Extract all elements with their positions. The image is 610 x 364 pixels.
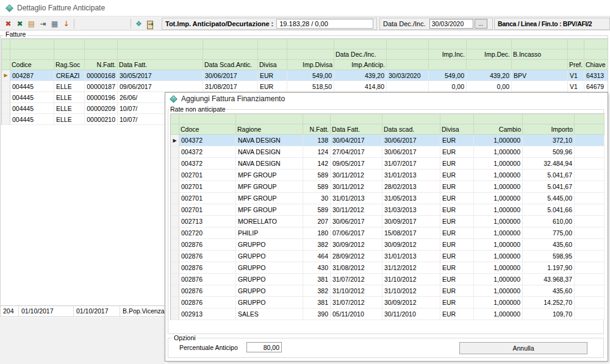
aggiungi-fattura-dialog: Aggiungi Fattura Finanziamento Rate non … (165, 92, 608, 362)
column-header[interactable]: Data scad. (382, 124, 440, 135)
header-cell (512, 60, 568, 70)
row-selector[interactable] (171, 216, 179, 227)
row-selector[interactable] (171, 227, 179, 239)
row-selector[interactable] (2, 81, 10, 92)
notes-icon: ▤ (28, 20, 35, 27)
tot-importo-label: Tot.Imp. Anticipato/Decurtazione : (165, 20, 273, 27)
row-selector[interactable]: ▶ (2, 70, 10, 81)
row-selector[interactable] (171, 274, 179, 285)
table-row[interactable]: 002876GRUPPO46428/09/201231/01/2013EUR1,… (171, 251, 605, 262)
header-cell (440, 114, 474, 124)
table-row[interactable]: 002876GRUPPO38231/10/201231/10/2012EUR1,… (171, 285, 605, 297)
row-selector[interactable] (171, 158, 179, 170)
header-cell (2, 39, 10, 49)
header-cell (171, 124, 179, 135)
data-dec-inc-input[interactable] (429, 19, 473, 29)
header-cell (575, 114, 605, 124)
column-header[interactable]: Imp.Dec. (467, 49, 512, 60)
table-row[interactable]: 004372NAVA DESIGN12427/04/201730/06/2017… (171, 146, 605, 158)
table-row[interactable]: 002701MPF GROUP58930/11/201231/03/2013EU… (171, 204, 605, 216)
table-row[interactable]: 004445ELLE0000018709/06/201731/08/2017EU… (2, 81, 608, 92)
row-selector[interactable] (171, 146, 179, 158)
column-header[interactable]: Imp.Divisa (287, 60, 334, 70)
column-header[interactable]: Rag.Soc (54, 60, 85, 70)
dialog-titlebar[interactable]: Aggiungi Fattura Finanziamento (165, 93, 608, 105)
row-selector[interactable] (171, 251, 179, 262)
window-title: Dettaglio Fatture Anticipate (17, 4, 105, 12)
toolbar-separator (131, 19, 131, 29)
row-selector[interactable] (171, 204, 179, 216)
data-dec-inc-label: Data Dec./Inc. (383, 20, 426, 27)
column-header[interactable]: Pref. (568, 60, 584, 70)
percentuale-anticipo-label: Percentuale Anticipo (179, 344, 238, 351)
table-row[interactable]: 002876GRUPPO38131/07/201230/09/2012EUR1,… (171, 297, 605, 309)
rate-grid[interactable]: CdoceRagioneN.Fatt.Data Fatt.Data scad.D… (170, 113, 605, 320)
table-row[interactable]: 002701MPF GROUP58930/11/201228/02/2013EU… (171, 181, 605, 193)
row-selector[interactable] (2, 92, 10, 103)
diamond-icon (171, 96, 176, 103)
column-header[interactable]: Cdoce (179, 124, 236, 135)
tab-right-button[interactable]: ⇥ (37, 18, 49, 30)
down-arrow-button[interactable]: ↓ (60, 18, 72, 30)
exit-door-button[interactable]: → (145, 18, 156, 30)
table-row[interactable]: 002876GRUPPO38230/09/201230/09/2012EUR1,… (171, 239, 605, 251)
header-cell (2, 60, 10, 70)
cancel-button[interactable]: ✖ (2, 18, 14, 30)
table-row[interactable]: 002876GRUPPO43031/08/201231/12/2012EUR1,… (171, 262, 605, 274)
column-header[interactable]: N.Fatt. (85, 60, 118, 70)
row-selector[interactable] (2, 114, 10, 125)
data-dec-inc-panel: Data Dec./Inc. ... (379, 18, 493, 30)
column-header[interactable]: Ragione (236, 124, 303, 135)
row-selector[interactable] (171, 239, 179, 251)
browse-date-button[interactable]: ... (475, 19, 487, 29)
table-row[interactable]: 002876GRUPPO38131/07/201231/10/2012EUR1,… (171, 274, 605, 285)
column-header[interactable]: Imp.Anticip. (334, 60, 387, 70)
excel-icon: ✖ (16, 20, 23, 27)
row-selector[interactable] (2, 103, 10, 114)
column-header[interactable]: Cambio (474, 124, 523, 135)
table-row[interactable]: ▶004372NAVA DESIGN13830/04/201730/06/201… (171, 135, 605, 146)
toolbar-separator (74, 19, 74, 29)
table-row[interactable]: ▶004287CREAZI0000016830/05/201730/06/201… (2, 70, 608, 81)
row-selector[interactable] (171, 297, 179, 309)
column-header[interactable]: Data Scad.Antic. (203, 60, 258, 70)
row-selector[interactable] (171, 181, 179, 193)
row-selector[interactable] (171, 285, 179, 297)
row-selector[interactable] (171, 309, 179, 320)
cancel-icon: ✖ (5, 20, 11, 27)
table-row[interactable]: 002713MORELLATO20730/06/201730/09/2017EU… (171, 216, 605, 227)
table-row[interactable]: 002720PHILIP18007/06/201715/08/2017EUR1,… (171, 227, 605, 239)
column-header[interactable]: Divisa (258, 60, 287, 70)
header-cell (387, 60, 429, 70)
row-selector[interactable] (171, 193, 179, 204)
row-selector[interactable]: ▶ (171, 135, 179, 146)
rate-group-label: Rate non anticipate (169, 105, 226, 113)
banca-linea-panel: Banca / Linea / Fin.to : BPV/AFI/2 (494, 18, 610, 30)
column-header[interactable]: Data Fatt. (331, 124, 382, 135)
table-row[interactable]: 004372NAVA DESIGN14209/05/201731/07/2017… (171, 158, 605, 170)
column-header[interactable]: Divisa (440, 124, 474, 135)
percentuale-anticipo-input[interactable] (246, 342, 282, 352)
table-row[interactable]: 002701MPF GROUP3031/01/201331/05/2013EUR… (171, 193, 605, 204)
row-selector[interactable] (171, 262, 179, 274)
column-header[interactable]: B.Incasso (512, 49, 568, 60)
header-cell (258, 39, 287, 49)
excel-button[interactable]: ✖ (14, 18, 26, 30)
column-header[interactable]: N.Fatt. (303, 124, 331, 135)
column-header[interactable]: Importo (523, 124, 575, 135)
column-header[interactable]: Data Dec./Inc. (334, 49, 387, 60)
column-header[interactable]: Codice (10, 60, 54, 70)
notes-button[interactable]: ▤ (26, 18, 37, 30)
header-cell (118, 49, 203, 60)
table-row[interactable]: 002701MPF GROUP58930/11/201231/01/2013EU… (171, 170, 605, 181)
footer-number: 204 (1, 306, 19, 316)
column-header[interactable]: Chiave (584, 60, 608, 70)
table-row[interactable]: 002913SALES39005/11/201030/11/2010EUR1,0… (171, 309, 605, 320)
properties-button[interactable]: ▦ (49, 18, 60, 30)
header-cell (10, 49, 54, 60)
stamp-button[interactable]: ❖ (133, 18, 145, 30)
annulla-button[interactable]: Annulla (459, 342, 587, 354)
row-selector[interactable] (171, 170, 179, 181)
column-header[interactable]: Imp.Inc. (429, 49, 467, 60)
column-header[interactable]: Data Fatt. (118, 60, 203, 70)
